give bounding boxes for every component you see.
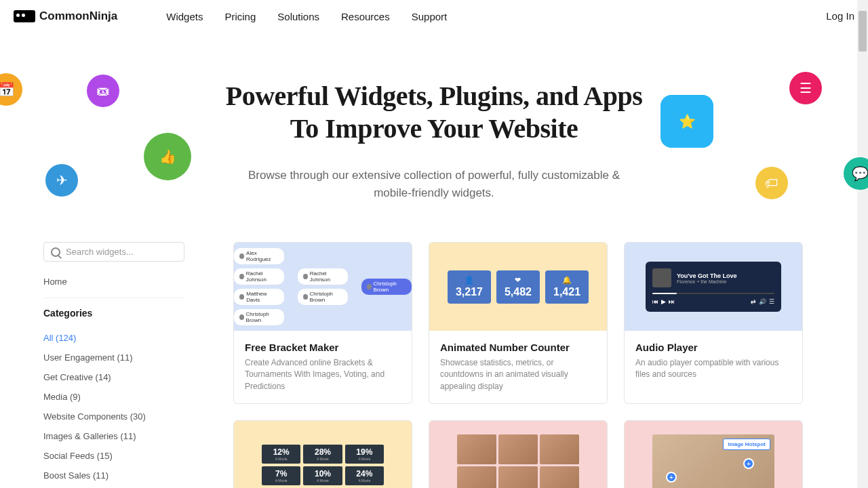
card-photo-grid[interactable] xyxy=(429,420,608,488)
nav-support[interactable]: Support xyxy=(412,11,448,22)
prev-icon: ⏮ xyxy=(652,298,658,305)
nav-resources[interactable]: Resources xyxy=(341,11,390,22)
login-link[interactable]: Log In xyxy=(826,10,854,22)
hero-title-line1: Powerful Widgets, Plugins, and Apps xyxy=(226,81,643,111)
sidebar-divider xyxy=(43,298,184,298)
card-desc: An audio player compatible with various … xyxy=(635,357,791,381)
cards-grid: Alex Rodriguez Rachel Johnson Matthew Da… xyxy=(233,242,825,488)
hotspot-label: Image Hotspot xyxy=(723,439,770,450)
card-image: 👤3,217 ❤5,482 🔔1,421 xyxy=(429,243,607,331)
card-image-hotspot[interactable]: Image Hotspot + + xyxy=(624,420,803,488)
card-image: 12%A Movie 28%A Movie 19%A Movie 7%A Mov… xyxy=(234,421,412,488)
card-number-counter[interactable]: 👤3,217 ❤5,482 🔔1,421 Animated Number Cou… xyxy=(429,242,608,404)
hero-subtitle: Browse through our extensive collection … xyxy=(244,167,624,201)
logo-icon xyxy=(14,10,35,22)
nav-widgets[interactable]: Widgets xyxy=(166,11,203,22)
card-image: Image Hotspot + + xyxy=(625,421,802,488)
categories-list: All (124) User Engagement (11) Get Creat… xyxy=(43,328,184,488)
bracket-visual: Alex Rodriguez Rachel Johnson Matthew Da… xyxy=(234,248,412,325)
hero-title-line2: To Improve Your Website xyxy=(290,113,578,144)
top-nav: CommonNinja Widgets Pricing Solutions Re… xyxy=(0,0,868,33)
search-input[interactable] xyxy=(66,247,180,257)
card-title: Animated Number Counter xyxy=(440,342,596,353)
photo-visual xyxy=(457,434,579,488)
cat-forms[interactable]: Forms (11) xyxy=(43,485,184,488)
hero-title: Powerful Widgets, Plugins, and Apps To I… xyxy=(14,80,854,145)
counter-visual: 👤3,217 ❤5,482 🔔1,421 xyxy=(448,270,589,304)
card-audio-player[interactable]: You've Got The Love Florence + the Machi… xyxy=(624,242,803,404)
card-bracket-maker[interactable]: Alex Rodriguez Rachel Johnson Matthew Da… xyxy=(233,242,412,404)
cat-user-engagement[interactable]: User Engagement (11) xyxy=(43,348,184,367)
card-image: Alex Rodriguez Rachel Johnson Matthew Da… xyxy=(234,243,412,331)
hotspot-dot-icon: + xyxy=(666,472,677,483)
nav-solutions[interactable]: Solutions xyxy=(277,11,319,22)
card-title: Audio Player xyxy=(635,342,791,353)
logo[interactable]: CommonNinja xyxy=(14,9,117,23)
card-image: You've Got The Love Florence + the Machi… xyxy=(625,243,802,331)
cat-social-feeds[interactable]: Social Feeds (15) xyxy=(43,446,184,466)
cat-all[interactable]: All (124) xyxy=(43,328,184,348)
nav-pricing[interactable]: Pricing xyxy=(224,11,256,22)
hotspot-visual: Image Hotspot + + xyxy=(652,434,774,488)
before-visual: 12%A Movie 28%A Movie 19%A Movie 7%A Mov… xyxy=(262,445,384,485)
nav-links: Widgets Pricing Solutions Resources Supp… xyxy=(166,11,447,22)
search-icon xyxy=(51,247,60,257)
cat-website-components[interactable]: Website Components (30) xyxy=(43,407,184,426)
brand-name: CommonNinja xyxy=(39,9,117,23)
card-before-after[interactable]: 12%A Movie 28%A Movie 19%A Movie 7%A Mov… xyxy=(233,420,412,488)
categories-title: Categories xyxy=(43,308,184,319)
sidebar-home[interactable]: Home xyxy=(43,271,184,292)
nav-right: Log In xyxy=(826,10,854,22)
cat-boost-sales[interactable]: Boost Sales (11) xyxy=(43,466,184,485)
volume-icon: 🔊 xyxy=(759,298,766,305)
card-desc: Create Advanced online Brackets & Tourna… xyxy=(245,357,401,392)
card-title: Free Bracket Maker xyxy=(245,342,401,353)
main-area: Home Categories All (124) User Engagemen… xyxy=(0,242,868,488)
card-image xyxy=(429,421,607,488)
hotspot-dot-icon: + xyxy=(743,458,754,469)
sidebar: Home Categories All (124) User Engagemen… xyxy=(43,242,184,488)
card-desc: Showcase statistics, metrics, or countdo… xyxy=(440,357,596,392)
cat-images-galleries[interactable]: Images & Galleries (11) xyxy=(43,426,184,446)
search-box[interactable] xyxy=(43,242,184,262)
hero: Powerful Widgets, Plugins, and Apps To I… xyxy=(0,33,868,242)
audio-visual: You've Got The Love Florence + the Machi… xyxy=(646,262,781,312)
cat-get-creative[interactable]: Get Creative (14) xyxy=(43,367,184,387)
menu-icon: ☰ xyxy=(769,298,774,305)
next-icon: ⏭ xyxy=(669,298,675,305)
shuffle-icon: ⇄ xyxy=(751,298,756,305)
play-icon: ▶ xyxy=(661,298,666,305)
cat-media[interactable]: Media (9) xyxy=(43,387,184,407)
